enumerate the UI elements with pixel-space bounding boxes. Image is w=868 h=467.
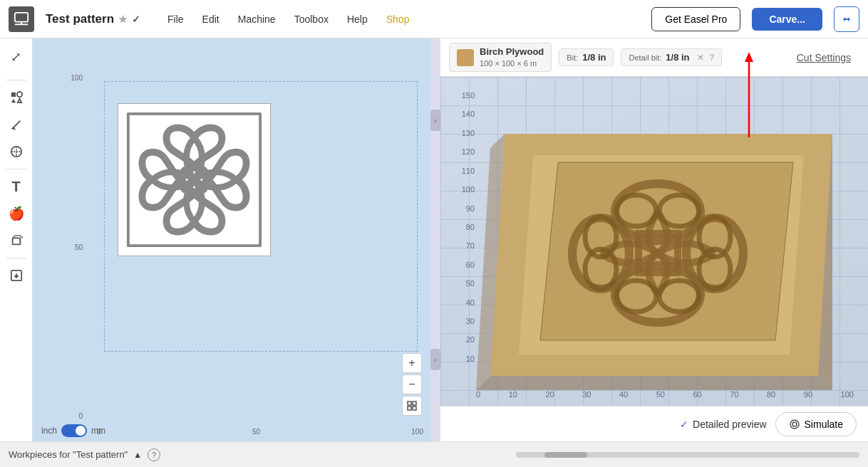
design-bounding-box	[104, 81, 418, 352]
collapse-right-button[interactable]: ‹	[430, 349, 440, 370]
carve-button[interactable]: Carve...	[752, 8, 822, 31]
toolbar-import-btn[interactable]	[4, 263, 29, 288]
workpieces-label: Workpieces for "Test pattern"	[9, 449, 128, 460]
unit-inch-label: inch	[41, 426, 57, 436]
star-icon[interactable]: ★	[118, 14, 128, 25]
toolbar-text-btn[interactable]: T	[4, 174, 29, 199]
svg-rect-18	[413, 406, 416, 410]
menu-toolbox[interactable]: Toolbox	[286, 9, 337, 29]
svg-rect-3	[11, 93, 15, 97]
workpieces-expand-icon[interactable]: ▲	[133, 450, 142, 460]
detail-bit-value: 1/8 in	[666, 52, 689, 63]
red-arrow-indicator	[738, 52, 760, 145]
material-name: Birch Plywood	[480, 46, 544, 58]
menu-file[interactable]: File	[159, 9, 192, 29]
detail-bit-label: Detail bit:	[629, 53, 661, 62]
y-label-100: 100	[71, 74, 83, 82]
workpieces-help-button[interactable]: ?	[148, 448, 160, 461]
menu-edit[interactable]: Edit	[194, 9, 228, 29]
toolbar-shapes-btn[interactable]	[4, 85, 29, 110]
detail-bit-close-icon[interactable]: ✕	[697, 53, 704, 63]
arrows-button[interactable]	[834, 6, 859, 32]
toolbar-apple-btn[interactable]: 🍎	[4, 201, 29, 226]
zoom-fit-button[interactable]	[402, 396, 422, 416]
preview-bottom-bar: ✓ Detailed preview Simulate	[440, 406, 868, 441]
get-easel-button[interactable]: Get Easel Pro	[651, 7, 740, 31]
svg-rect-15	[408, 402, 411, 405]
left-toolbar: ⤢ T 🍎	[0, 38, 33, 441]
detailed-preview-button[interactable]: ✓ Detailed preview	[680, 419, 767, 430]
menu-machine[interactable]: Machine	[229, 9, 284, 29]
title-text: Test pattern	[46, 12, 114, 26]
unit-mm-label: mm	[91, 426, 105, 436]
svg-marker-6	[17, 99, 21, 103]
svg-point-40	[790, 420, 799, 429]
app-logo	[9, 6, 34, 32]
svg-marker-20	[745, 52, 753, 62]
3d-preview[interactable]: 150 140 130 120 110 100 90 80 70 60 50 4…	[440, 77, 868, 406]
3d-board-svg	[476, 91, 847, 404]
simulate-label: Simulate	[805, 419, 843, 430]
menu-shop[interactable]: Shop	[378, 9, 418, 29]
y-axis-labels: 100 50 0	[36, 74, 83, 420]
detailed-preview-label: Detailed preview	[693, 419, 767, 430]
toolbar-collapse-btn[interactable]: ⤢	[4, 44, 29, 70]
svg-marker-21	[476, 376, 832, 390]
scrollbar-thumb[interactable]	[544, 452, 587, 458]
unit-toggle: inch mm	[41, 424, 105, 437]
top-nav: Test pattern ★ ✓ File Edit Machine Toolb…	[0, 0, 868, 38]
preview-y-axis: 150 140 130 120 110 100 90 80 70 60 50 4…	[446, 91, 475, 363]
svg-rect-0	[15, 12, 28, 21]
menu-help[interactable]: Help	[339, 9, 376, 29]
detail-bit-help-icon[interactable]: ?	[710, 53, 715, 63]
material-chip[interactable]: Birch Plywood 100 × 100 × 6 m	[449, 43, 552, 72]
y-label-50: 50	[75, 243, 83, 251]
zoom-out-button[interactable]: −	[402, 374, 422, 394]
svg-rect-10	[12, 238, 20, 244]
simulate-button[interactable]: Simulate	[775, 412, 857, 436]
canvas-bottom-bar: inch mm	[33, 420, 430, 441]
bit-value: 1/8 in	[582, 52, 606, 63]
zoom-controls: + −	[402, 353, 422, 416]
toolbar-3d-btn[interactable]	[4, 228, 29, 253]
right-preview-panel: Birch Plywood 100 × 100 × 6 m Bit: 1/8 i…	[440, 38, 868, 441]
workpieces-bar: Workpieces for "Test pattern" ▲ ?	[0, 441, 868, 467]
cut-settings-link[interactable]: Cut Settings	[797, 52, 851, 63]
bit-label: Bit:	[567, 53, 578, 62]
material-size: 100 × 100 × 6 m	[480, 58, 544, 68]
material-swatch	[457, 49, 474, 66]
toolbar-circle-btn[interactable]	[4, 139, 29, 164]
bit-chip[interactable]: Bit: 1/8 in	[559, 48, 614, 66]
check-icon: ✓	[132, 14, 140, 25]
svg-rect-17	[408, 406, 411, 410]
main-area: ⤢ T 🍎 100 50 0	[0, 38, 868, 441]
toolbar-pen-btn[interactable]	[4, 112, 29, 137]
collapse-left-button[interactable]: ›	[430, 110, 440, 131]
detailed-preview-check-icon: ✓	[680, 419, 688, 430]
zoom-in-button[interactable]: +	[402, 353, 422, 373]
horizontal-scrollbar[interactable]	[516, 452, 859, 458]
app-title: Test pattern ★ ✓	[46, 12, 140, 26]
svg-point-4	[16, 92, 21, 97]
y-label-0: 0	[78, 412, 83, 420]
detail-bit-chip[interactable]: Detail bit: 1/8 in ✕ ?	[621, 48, 722, 66]
preview-top-bar: Birch Plywood 100 × 100 × 6 m Bit: 1/8 i…	[440, 38, 868, 77]
unit-switch[interactable]	[61, 424, 87, 437]
panel-divider[interactable]: › ‹	[430, 38, 440, 441]
design-shape[interactable]	[118, 103, 271, 256]
preview-x-axis: 0 10 20 30 40 50 60 70 80 90 100	[476, 390, 854, 399]
canvas-area[interactable]: 100 50 0	[33, 38, 430, 441]
simulate-icon	[789, 419, 800, 430]
svg-point-41	[792, 422, 797, 426]
svg-rect-16	[413, 402, 416, 405]
material-info: Birch Plywood 100 × 100 × 6 m	[480, 46, 544, 68]
nav-menu: File Edit Machine Toolbox Help Shop	[159, 9, 418, 29]
toggle-knob	[76, 426, 86, 436]
svg-marker-5	[11, 99, 15, 103]
